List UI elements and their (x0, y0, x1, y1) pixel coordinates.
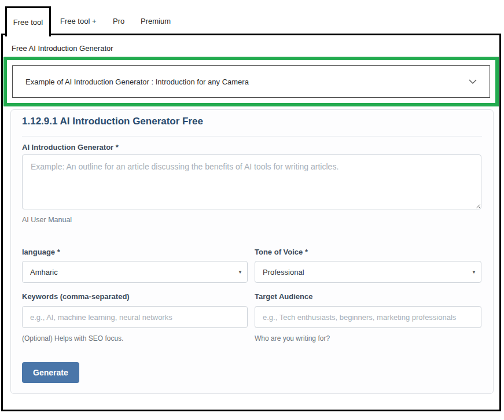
tab-free-tool-plus[interactable]: Free tool + (60, 17, 97, 25)
audience-input[interactable] (255, 306, 481, 328)
main-panel: Free AI Introduction Generator Example o… (1, 34, 501, 411)
language-label: language * (22, 248, 60, 256)
ai-user-manual-link[interactable]: AI User Manual (22, 216, 72, 224)
generate-button[interactable]: Generate (22, 362, 79, 383)
example-dropdown[interactable]: Example of AI Introduction Generator : I… (12, 65, 490, 98)
tone-select-wrap: Professional ▼ (255, 261, 481, 283)
tab-free-tool[interactable]: Free tool (5, 6, 51, 36)
tool-title: Free AI Introduction Generator (12, 44, 113, 53)
form-title: 1.12.9.1 AI Introduction Generator Free (22, 116, 203, 127)
tab-pro[interactable]: Pro (113, 17, 124, 25)
audience-help-text: Who are you writing for? (255, 334, 330, 342)
example-dropdown-value: Example of AI Introduction Generator : I… (25, 78, 249, 86)
tab-premium[interactable]: Premium (141, 17, 171, 25)
audience-label: Target Audience (255, 292, 312, 301)
language-select-wrap: Amharic ▼ (22, 261, 248, 283)
tone-label: Tone of Voice * (255, 248, 308, 256)
chevron-down-icon (469, 79, 477, 84)
example-dropdown-highlight: Example of AI Introduction Generator : I… (3, 57, 499, 106)
keywords-help-text: (Optional) Helps with SEO focus. (22, 334, 123, 342)
keywords-label: Keywords (comma-separated) (22, 292, 130, 301)
language-select[interactable]: Amharic (22, 261, 248, 283)
keywords-input[interactable] (22, 306, 248, 328)
introduction-label: AI Introduction Generator * (22, 143, 119, 152)
introduction-textarea[interactable] (22, 154, 481, 209)
title-divider (22, 136, 482, 137)
tone-select[interactable]: Professional (255, 261, 481, 283)
generator-form-card: 1.12.9.1 AI Introduction Generator Free … (10, 109, 494, 394)
tab-free-tool-label: Free tool (13, 18, 43, 27)
